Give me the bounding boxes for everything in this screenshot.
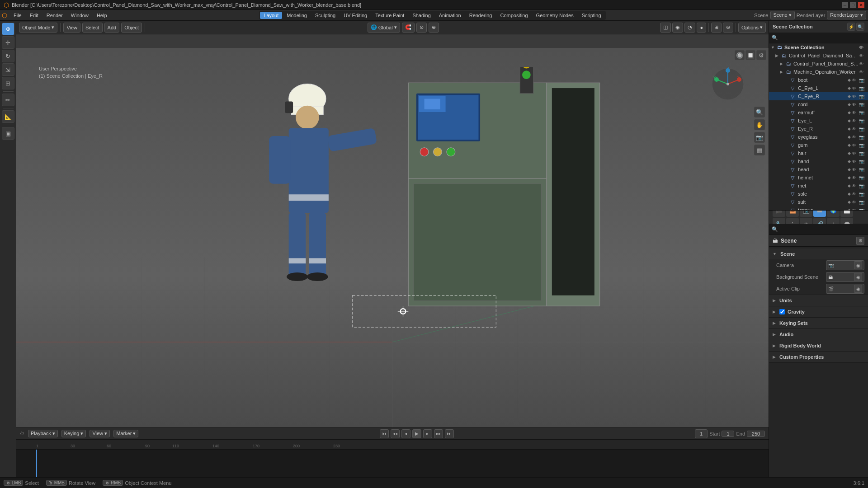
jump-end-btn[interactable]: ⏭ bbox=[445, 429, 454, 438]
shading-wireframe[interactable]: ◫ bbox=[660, 23, 671, 33]
render-icon[interactable]: 📷 bbox=[859, 78, 866, 83]
workspace-tab-animation[interactable]: Animation bbox=[435, 12, 465, 19]
visibility-icon[interactable]: 👁 bbox=[852, 200, 859, 205]
visibility-icon[interactable]: 👁 bbox=[852, 135, 859, 140]
scene-icon-2[interactable]: 🔲 bbox=[745, 50, 755, 60]
outliner-filter-btn[interactable]: ⚡ bbox=[847, 23, 855, 31]
list-item[interactable]: ▶ ▽ hand ◆ 👁 📷 bbox=[769, 157, 868, 165]
visibility-icon[interactable]: 👁 bbox=[852, 78, 859, 83]
list-item[interactable]: ▶ ▽ gum ◆ 👁 📷 bbox=[769, 141, 868, 149]
menu-render[interactable]: Render bbox=[43, 12, 66, 19]
custom-props-section-header[interactable]: ▶ Custom Properties bbox=[769, 352, 868, 362]
visibility-icon[interactable]: 👁 bbox=[852, 102, 859, 107]
overlay-toggle[interactable]: ⊞ bbox=[711, 23, 722, 33]
visibility-icon[interactable]: 👁 bbox=[852, 127, 859, 131]
close-button[interactable]: ✕ bbox=[858, 2, 864, 8]
workspace-tab-texture-paint[interactable]: Texture Paint bbox=[372, 12, 408, 19]
render-icon[interactable]: 📷 bbox=[859, 118, 866, 123]
render-icon[interactable]: 📷 bbox=[859, 86, 866, 91]
list-item[interactable]: ▶ ▽ earmuff ◆ 👁 📷 bbox=[769, 108, 868, 117]
gravity-section-header[interactable]: ▶ Gravity bbox=[769, 306, 868, 317]
visibility-icon[interactable]: 👁 bbox=[852, 192, 859, 197]
transform-pivot[interactable]: ⊕ bbox=[429, 23, 439, 33]
render-icon[interactable]: 📷 bbox=[859, 183, 866, 188]
list-item[interactable]: ▶ ▽ hair ◆ 👁 📷 bbox=[769, 149, 868, 157]
scene-dropdown[interactable]: Scene ▾ bbox=[770, 11, 795, 19]
outliner-search-bar[interactable]: 🔍 bbox=[769, 33, 868, 43]
workspace-tab-modeling[interactable]: Modeling bbox=[283, 12, 311, 19]
object-mode-dropdown[interactable]: Object Mode ▾ bbox=[19, 23, 57, 33]
render-icon[interactable]: 📷 bbox=[859, 143, 866, 148]
visibility-icon[interactable]: 👁 bbox=[852, 110, 859, 115]
visibility-icon[interactable]: 👁 bbox=[852, 94, 859, 99]
zoom-to-fit-btn[interactable]: 🔍 bbox=[754, 107, 765, 117]
tool-scale[interactable]: ⇲ bbox=[2, 63, 14, 76]
options-dropdown[interactable]: Options ▾ bbox=[738, 23, 766, 33]
outliner-search-btn[interactable]: 🔍 bbox=[856, 23, 864, 31]
list-item[interactable]: ▶ ▽ C_Eye_L ◆ 👁 📷 bbox=[769, 84, 868, 92]
tool-move[interactable]: ✛ bbox=[2, 36, 14, 49]
timeline-view-dropdown[interactable]: View ▾ bbox=[90, 430, 110, 437]
list-item[interactable]: ▶ ▽ sole ◆ 👁 📷 bbox=[769, 190, 868, 198]
global-dropdown[interactable]: 🌐 Global ▾ bbox=[368, 23, 400, 33]
render-icon[interactable]: 📷 bbox=[859, 102, 866, 107]
workspace-tab-layout[interactable]: Layout bbox=[260, 12, 282, 19]
units-section-header[interactable]: ▶ Units bbox=[769, 295, 868, 306]
visibility-icon[interactable]: 👁 bbox=[852, 151, 859, 156]
proportional-toggle[interactable]: ⊙ bbox=[416, 23, 427, 33]
properties-search-input[interactable] bbox=[780, 227, 865, 232]
view-3d-btn[interactable]: ▦ bbox=[754, 145, 765, 155]
camera-picker-btn[interactable]: ◉ bbox=[854, 261, 862, 269]
properties-search-bar[interactable]: 🔍 bbox=[769, 224, 868, 235]
jump-start-btn[interactable]: ⏮ bbox=[380, 429, 389, 438]
list-item[interactable]: ▶ ▽ suit ◆ 👁 📷 bbox=[769, 198, 868, 206]
list-item[interactable]: ▶ ▽ tongue ◆ 👁 📷 bbox=[769, 206, 868, 210]
gizmo-toggle[interactable]: ⊛ bbox=[723, 23, 733, 33]
add-menu[interactable]: Add bbox=[104, 23, 120, 33]
list-item[interactable]: ▶ ▽ Eye_L ◆ 👁 📷 bbox=[769, 117, 868, 125]
prop-tab-output[interactable]: 📤 bbox=[786, 211, 799, 217]
background-scene-value[interactable]: 🏔 ◉ bbox=[826, 272, 864, 282]
render-icon[interactable]: 📷 bbox=[859, 200, 866, 205]
visibility-icon[interactable]: 👁 bbox=[859, 45, 866, 50]
visibility-icon[interactable]: 👁 bbox=[852, 118, 859, 123]
render-icon[interactable]: 📷 bbox=[859, 151, 866, 156]
tool-transform[interactable]: ⊞ bbox=[2, 77, 14, 89]
prev-frame-btn[interactable]: ◂ bbox=[401, 429, 410, 438]
bg-scene-picker-btn[interactable]: ◉ bbox=[854, 273, 862, 281]
prop-tab-view-layer[interactable]: 📷 bbox=[800, 211, 812, 217]
list-item[interactable]: ▶ ▽ cord ◆ 👁 📷 bbox=[769, 100, 868, 108]
list-item[interactable]: ▶ ▽ boot ◆ 👁 📷 bbox=[769, 76, 868, 84]
scene-section-header[interactable]: ▼ Scene bbox=[769, 249, 868, 259]
render-icon[interactable]: 📷 bbox=[859, 110, 866, 115]
navigation-gizmo[interactable]: X Y Z bbox=[710, 66, 746, 102]
render-icon[interactable]: 📷 bbox=[859, 135, 866, 140]
workspace-tab-sculpting[interactable]: Sculpting bbox=[311, 12, 339, 19]
list-item[interactable]: ▶ ▽ Eye_R ◆ 👁 📷 bbox=[769, 125, 868, 133]
menu-edit[interactable]: Edit bbox=[26, 12, 42, 19]
shading-material[interactable]: ◔ bbox=[684, 23, 695, 33]
shading-rendered[interactable]: ● bbox=[697, 23, 706, 33]
tool-add-cube[interactable]: ▣ bbox=[2, 127, 14, 140]
timeline-tracks[interactable] bbox=[16, 450, 769, 477]
tool-rotate[interactable]: ↻ bbox=[2, 50, 14, 62]
visibility-icon[interactable]: 👁 bbox=[852, 86, 859, 91]
render-icon[interactable]: 📷 bbox=[859, 167, 866, 172]
viewport-3d[interactable]: User Perspective (1) Scene Collection | … bbox=[16, 34, 769, 427]
tool-annotate[interactable]: ✏ bbox=[2, 94, 14, 106]
audio-section-header[interactable]: ▶ Audio bbox=[769, 329, 868, 340]
next-keyframe-btn[interactable]: ▸▸ bbox=[434, 429, 443, 438]
minimize-button[interactable]: ─ bbox=[842, 2, 848, 8]
visibility-icon[interactable]: 👁 bbox=[859, 61, 866, 66]
rigid-body-section-header[interactable]: ▶ Rigid Body World bbox=[769, 340, 868, 351]
outliner-search-input[interactable] bbox=[780, 35, 865, 41]
visibility-icon[interactable]: 👁 bbox=[852, 183, 859, 188]
visibility-icon[interactable]: 👁 bbox=[852, 175, 859, 180]
prop-tab-scene[interactable]: 🏔 bbox=[813, 211, 826, 217]
view-menu[interactable]: View bbox=[63, 23, 80, 33]
shading-solid[interactable]: ◉ bbox=[672, 23, 683, 33]
list-item[interactable]: ▶ 🗂 Machine_Operation_Worker 👁 bbox=[769, 68, 868, 76]
active-clip-picker-btn[interactable]: ◉ bbox=[854, 285, 862, 293]
render-icon[interactable]: 📷 bbox=[859, 208, 866, 211]
visibility-icon[interactable]: 👁 bbox=[852, 167, 859, 172]
